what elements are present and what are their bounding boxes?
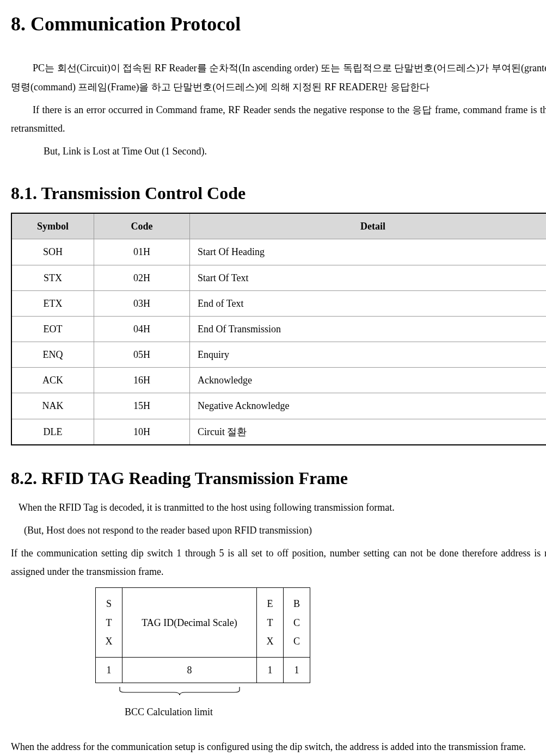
cell-code: 10H bbox=[94, 419, 190, 445]
frame-bcc-bytes: 1 bbox=[284, 657, 310, 683]
table-header-row: Symbol Code Detail bbox=[11, 213, 546, 239]
cell-detail: Negative Acknowledge bbox=[190, 393, 547, 419]
table-row: SOH 01H Start Of Heading bbox=[11, 239, 546, 265]
bcc-calculation-limit-label: BCC Calculation limit bbox=[95, 703, 242, 721]
cell-detail: Enquiry bbox=[190, 342, 547, 368]
cell-code: 05H bbox=[94, 342, 190, 368]
cell-code: 01H bbox=[94, 239, 190, 265]
section82-p4: When the address for the communication s… bbox=[11, 738, 546, 756]
cell-code: 15H bbox=[94, 393, 190, 419]
intro-paragraph-1: PC는 회선(Circuit)이 접속된 RF Reader를 순차적(In a… bbox=[11, 59, 546, 96]
cell-symbol: ACK bbox=[11, 368, 94, 393]
cell-detail: Acknowledge bbox=[190, 368, 547, 393]
transmission-control-code-table: Symbol Code Detail SOH 01H Start Of Head… bbox=[11, 213, 546, 445]
table-row: EOT 04H End Of Transmission bbox=[11, 316, 546, 342]
transmission-frame-table: S T X TAG ID(Decimal Scale) E T X B C C … bbox=[95, 587, 310, 683]
table-row: DLE 10H Circuit 절환 bbox=[11, 419, 546, 445]
cell-symbol: ENQ bbox=[11, 342, 94, 368]
cell-symbol: SOH bbox=[11, 239, 94, 265]
table-row: ENQ 05H Enquiry bbox=[11, 342, 546, 368]
th-detail: Detail bbox=[190, 213, 547, 239]
frame-row-labels: S T X TAG ID(Decimal Scale) E T X B C C bbox=[96, 588, 310, 658]
frame-tag-bytes: 8 bbox=[122, 657, 257, 683]
cell-symbol: EOT bbox=[11, 316, 94, 342]
frame-row-bytes: 1 8 1 1 bbox=[96, 657, 310, 683]
heading-8: 8. Communication Protocol bbox=[11, 5, 546, 42]
brace-icon bbox=[95, 686, 242, 696]
th-symbol: Symbol bbox=[11, 213, 94, 239]
cell-symbol: DLE bbox=[11, 419, 94, 445]
intro-paragraph-2: If there is an error occurred in Command… bbox=[11, 101, 546, 138]
cell-detail: Circuit 절환 bbox=[190, 419, 547, 445]
heading-8-1: 8.1. Transmission Control Code bbox=[11, 177, 546, 210]
cell-symbol: ETX bbox=[11, 290, 94, 316]
section82-p1: When the RFID Tag is decoded, it is tran… bbox=[11, 498, 546, 517]
frame-tag: TAG ID(Decimal Scale) bbox=[122, 588, 257, 658]
cell-detail: Start Of Text bbox=[190, 265, 547, 290]
frame-stx: S T X bbox=[96, 588, 122, 658]
frame-etx: E T X bbox=[257, 588, 284, 658]
intro-paragraph-3: But, Link is Lost at Time Out (1 Second)… bbox=[11, 142, 546, 160]
cell-code: 02H bbox=[94, 265, 190, 290]
bcc-bracket bbox=[95, 683, 242, 693]
heading-8-2: 8.2. RFID TAG Reading Transmission Frame bbox=[11, 462, 546, 495]
cell-symbol: NAK bbox=[11, 393, 94, 419]
table-row: ETX 03H End of Text bbox=[11, 290, 546, 316]
th-code: Code bbox=[94, 213, 190, 239]
cell-code: 16H bbox=[94, 368, 190, 393]
cell-code: 04H bbox=[94, 316, 190, 342]
section82-p2: (But, Host does not respond to the reade… bbox=[11, 521, 546, 540]
frame-etx-bytes: 1 bbox=[257, 657, 284, 683]
cell-detail: End Of Transmission bbox=[190, 316, 547, 342]
cell-code: 03H bbox=[94, 290, 190, 316]
cell-detail: End of Text bbox=[190, 290, 547, 316]
frame-bcc: B C C bbox=[284, 588, 310, 658]
table-row: ACK 16H Acknowledge bbox=[11, 368, 546, 393]
frame-stx-bytes: 1 bbox=[96, 657, 122, 683]
cell-symbol: STX bbox=[11, 265, 94, 290]
section82-p3: If the communication setting dip switch … bbox=[11, 544, 546, 581]
table-row: STX 02H Start Of Text bbox=[11, 265, 546, 290]
cell-detail: Start Of Heading bbox=[190, 239, 547, 265]
table-row: NAK 15H Negative Acknowledge bbox=[11, 393, 546, 419]
